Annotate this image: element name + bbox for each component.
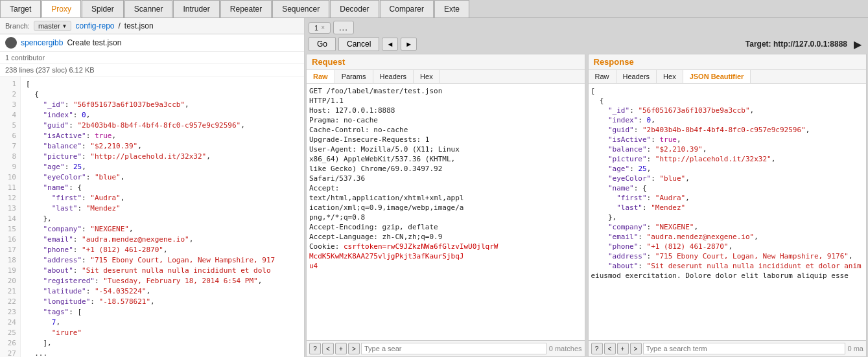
top-nav-tabs: Target Proxy Spider Scanner Intruder Rep… xyxy=(0,0,868,18)
next-arrow-button[interactable]: ► xyxy=(401,38,417,51)
right-panel: 1 × ... Go Cancel ◄ ► Target: http://127… xyxy=(305,18,868,357)
request-tab-bar: 1 × ... xyxy=(305,18,868,34)
branch-dropdown-icon: ▼ xyxy=(62,23,67,29)
response-text: [ { "_id": "56f051673a6f1037be9a3ccb", "… xyxy=(591,86,864,281)
file-stats: 238 lines (237 sloc) 6.12 KB xyxy=(5,66,95,74)
toolbar-row: Go Cancel ◄ ► Target: http://127.0.0.1:8… xyxy=(305,34,868,54)
response-match-count: 0 ma xyxy=(848,345,863,352)
res-help-btn[interactable]: ? xyxy=(591,343,603,354)
tab-comparer[interactable]: Comparer xyxy=(380,0,434,17)
code-editor[interactable]: 1234567891011121314151617181920212223242… xyxy=(0,76,304,357)
left-code-panel: Branch: master ▼ config-repo / test.json… xyxy=(0,18,305,357)
username-link[interactable]: spencergibb xyxy=(21,38,63,47)
tab-proxy[interactable]: Proxy xyxy=(41,0,81,17)
prev-arrow-button[interactable]: ◄ xyxy=(382,38,398,51)
avatar xyxy=(5,37,17,49)
req-tab-raw[interactable]: Raw xyxy=(307,70,335,83)
response-panel-tabs: Raw Headers Hex JSON Beautifier xyxy=(589,70,867,84)
branch-label: Branch: xyxy=(5,22,30,30)
request-match-count: 0 matches xyxy=(549,345,582,352)
target-expand-icon[interactable]: ▶ xyxy=(851,38,864,51)
req-next-match-btn[interactable]: > xyxy=(348,343,360,354)
cancel-button[interactable]: Cancel xyxy=(338,37,379,51)
tab-repeater[interactable]: Repeater xyxy=(220,0,272,17)
req-help-btn[interactable]: ? xyxy=(309,343,321,354)
tab-number: 1 xyxy=(314,24,318,32)
response-panel: Response Raw Headers Hex JSON Beautifier… xyxy=(588,54,867,357)
request-panel-tabs: Raw Params Headers Hex xyxy=(307,70,585,84)
res-prev-match-btn[interactable]: < xyxy=(604,343,616,354)
file-info: 238 lines (237 sloc) 6.12 KB xyxy=(0,64,304,76)
more-tabs-button[interactable]: ... xyxy=(333,21,354,34)
request-tab-1[interactable]: 1 × xyxy=(309,22,331,34)
response-search-input[interactable] xyxy=(643,343,845,354)
branch-name: master xyxy=(38,22,60,30)
request-text: GET /foo/label/master/test.json HTTP/1.1… xyxy=(309,86,582,271)
panels-row: Request Raw Params Headers Hex GET /foo/… xyxy=(305,54,868,357)
response-search-row: ? < + > 0 ma xyxy=(589,340,867,356)
tab-scanner[interactable]: Scanner xyxy=(124,0,173,17)
request-title: Request xyxy=(307,54,585,70)
response-content[interactable]: [ { "_id": "56f051673a6f1037be9a3ccb", "… xyxy=(589,84,867,340)
res-next-match-btn[interactable]: > xyxy=(630,343,642,354)
res-add-btn[interactable]: + xyxy=(617,343,629,354)
main-layout: Branch: master ▼ config-repo / test.json… xyxy=(0,18,868,357)
request-search-input[interactable] xyxy=(361,343,546,354)
branch-selector[interactable]: master ▼ xyxy=(34,21,72,31)
repo-link[interactable]: config-repo xyxy=(75,21,114,30)
tab-spider[interactable]: Spider xyxy=(82,0,124,17)
commit-info: spencergibb Create test.json xyxy=(0,34,304,52)
res-tab-raw[interactable]: Raw xyxy=(589,70,616,83)
repo-header: Branch: master ▼ config-repo / test.json xyxy=(0,18,304,34)
target-label: Target: http://127.0.0.1:8888 xyxy=(745,40,847,49)
tab-target[interactable]: Target xyxy=(0,0,41,17)
contributor-count: 1 contributor xyxy=(5,54,45,62)
req-tab-params[interactable]: Params xyxy=(335,70,373,83)
tab-intruder[interactable]: Intruder xyxy=(173,0,219,17)
file-name: test.json xyxy=(124,21,154,30)
contributor-bar: 1 contributor xyxy=(0,52,304,64)
response-title: Response xyxy=(589,54,867,70)
request-panel: Request Raw Params Headers Hex GET /foo/… xyxy=(306,54,585,357)
commit-message: Create test.json xyxy=(67,38,121,47)
res-tab-json-beautifier[interactable]: JSON Beautifier xyxy=(683,70,751,83)
request-search-row: ? < + > 0 matches xyxy=(307,340,585,356)
req-tab-hex[interactable]: Hex xyxy=(414,70,440,83)
line-numbers: 1234567891011121314151617181920212223242… xyxy=(0,76,21,357)
tab-decoder[interactable]: Decoder xyxy=(330,0,379,17)
tab-sequencer[interactable]: Sequencer xyxy=(272,0,329,17)
req-prev-match-btn[interactable]: < xyxy=(322,343,334,354)
code-text: [ { "_id": "56f051673a6f1037be9a3ccb", "… xyxy=(21,76,304,357)
tab-ext[interactable]: Exte xyxy=(434,0,469,17)
res-tab-headers[interactable]: Headers xyxy=(616,70,657,83)
req-tab-headers[interactable]: Headers xyxy=(373,70,414,83)
res-tab-hex[interactable]: Hex xyxy=(657,70,683,83)
breadcrumb-separator: / xyxy=(119,21,121,30)
close-icon[interactable]: × xyxy=(321,24,325,31)
go-button[interactable]: Go xyxy=(309,37,336,51)
request-content[interactable]: GET /foo/label/master/test.json HTTP/1.1… xyxy=(307,84,585,340)
req-add-btn[interactable]: + xyxy=(335,343,347,354)
